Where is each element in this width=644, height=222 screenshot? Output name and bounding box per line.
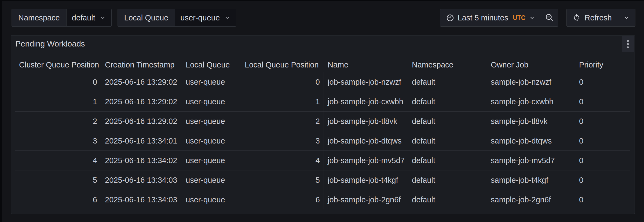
table-cell: default <box>408 170 487 190</box>
table-cell: 0 <box>15 72 101 92</box>
table-cell: user-queue <box>182 131 241 151</box>
table-cell: 2025-06-16 13:34:03 <box>101 190 182 209</box>
table-cell: 2025-06-16 13:29:02 <box>101 72 182 92</box>
variable-namespace-label: Namespace <box>12 9 67 26</box>
toolbar-right: Last 5 minutes UTC Refresh <box>440 9 635 27</box>
table-cell: default <box>408 72 487 92</box>
table-body: 02025-06-16 13:29:02user-queue0job-sampl… <box>15 72 630 209</box>
table-cell: sample-job-nzwzf <box>487 72 575 92</box>
variable-local-queue-value: user-queue <box>180 13 220 22</box>
clock-icon <box>446 14 454 22</box>
panel-menu-button[interactable] <box>622 36 634 52</box>
time-picker-button[interactable]: Last 5 minutes UTC <box>440 9 541 26</box>
table-cell: sample-job-mv5d7 <box>487 151 575 170</box>
table-header-row: Cluster Queue PositionCreation Timestamp… <box>15 58 630 72</box>
chevron-down-icon <box>100 15 106 21</box>
column-header-local-queue-position[interactable]: Local Queue Position <box>241 60 324 69</box>
variable-namespace: Namespace default <box>12 9 112 27</box>
zoom-out-time-button[interactable] <box>541 9 558 26</box>
table-cell: 2025-06-16 13:34:02 <box>101 151 182 170</box>
pending-workloads-panel: Pending Workloads Cluster Queue Position… <box>11 35 635 214</box>
column-header-creation-timestamp[interactable]: Creation Timestamp <box>101 60 182 69</box>
window-edge-top <box>0 0 644 1</box>
table-cell: sample-job-2gn6f <box>487 190 575 209</box>
table-cell: 0 <box>575 72 630 92</box>
table-cell: user-queue <box>182 170 241 190</box>
table-cell: 4 <box>241 151 324 170</box>
table-cell: sample-job-cxwbh <box>487 92 575 111</box>
table-cell: 2025-06-16 13:29:02 <box>101 112 182 131</box>
zoom-out-icon <box>545 13 554 22</box>
table-cell: 0 <box>575 112 630 131</box>
column-header-cluster-queue-position[interactable]: Cluster Queue Position <box>15 60 101 69</box>
grafana-dashboard: Namespace default Local Queue user-queue <box>0 0 644 222</box>
table-cell: 0 <box>575 170 630 190</box>
table-cell: default <box>408 190 487 209</box>
chevron-down-icon <box>623 15 630 21</box>
window-edge-left <box>0 0 2 222</box>
table-row: 52025-06-16 13:34:03user-queue5job-sampl… <box>15 170 630 190</box>
table-cell: 5 <box>15 170 101 190</box>
table-cell: user-queue <box>182 72 241 92</box>
refresh-button[interactable]: Refresh <box>567 9 618 26</box>
table-cell: default <box>408 112 487 131</box>
table-cell: 2025-06-16 13:34:03 <box>101 170 182 190</box>
table-row: 32025-06-16 13:34:01user-queue3job-sampl… <box>15 131 630 151</box>
column-header-owner-job[interactable]: Owner Job <box>487 60 575 69</box>
table-cell: 0 <box>241 72 324 92</box>
column-header-priority[interactable]: Priority <box>575 60 630 69</box>
table-cell: 5 <box>241 170 324 190</box>
column-header-name[interactable]: Name <box>324 60 408 69</box>
table-cell: user-queue <box>182 190 241 209</box>
chevron-down-icon <box>529 15 535 21</box>
table-cell: 1 <box>241 92 324 111</box>
table-cell: job-sample-job-cxwbh <box>324 92 408 111</box>
table-cell: job-sample-job-nzwzf <box>324 72 408 92</box>
table-cell: sample-job-tl8vk <box>487 112 575 131</box>
table-cell: 3 <box>241 131 324 151</box>
table-cell: 1 <box>15 92 101 111</box>
refresh-label: Refresh <box>584 13 612 22</box>
table-row: 22025-06-16 13:29:02user-queue2job-sampl… <box>15 112 630 131</box>
table-cell: 2025-06-16 13:34:01 <box>101 131 182 151</box>
table-cell: job-sample-job-t4kgf <box>324 170 408 190</box>
refresh-icon <box>573 14 581 22</box>
table-cell: 0 <box>575 131 630 151</box>
table-cell: 2025-06-16 13:29:02 <box>101 92 182 111</box>
table-cell: 2 <box>15 112 101 131</box>
table-cell: job-sample-job-tl8vk <box>324 112 408 131</box>
table-cell: job-sample-job-mv5d7 <box>324 151 408 170</box>
table-cell: default <box>408 151 487 170</box>
kebab-menu-icon <box>626 39 630 49</box>
timezone-label: UTC <box>513 14 525 22</box>
table-cell: sample-job-t4kgf <box>487 170 575 190</box>
time-range-label: Last 5 minutes <box>458 13 508 22</box>
panel-header: Pending Workloads <box>11 35 635 52</box>
variable-local-queue-select[interactable]: user-queue <box>175 9 236 26</box>
table-cell: 0 <box>575 190 630 209</box>
table-cell: default <box>408 131 487 151</box>
variable-namespace-select[interactable]: default <box>67 9 111 26</box>
variable-local-queue-label: Local Queue <box>118 9 175 26</box>
variable-namespace-value: default <box>72 13 95 22</box>
pending-workloads-table: Cluster Queue PositionCreation Timestamp… <box>15 58 630 209</box>
table-cell: 6 <box>15 190 101 209</box>
table-cell: sample-job-dtqws <box>487 131 575 151</box>
table-cell: 2 <box>241 112 324 131</box>
table-cell: 4 <box>15 151 101 170</box>
table-cell: 0 <box>575 151 630 170</box>
dashboard-variables: Namespace default Local Queue user-queue <box>12 9 236 27</box>
chevron-down-icon <box>224 15 230 21</box>
table-row: 42025-06-16 13:34:02user-queue4job-sampl… <box>15 151 630 170</box>
table-row: 12025-06-16 13:29:02user-queue1job-sampl… <box>15 92 630 112</box>
table-cell: user-queue <box>182 112 241 131</box>
column-header-namespace[interactable]: Namespace <box>408 60 487 69</box>
column-header-local-queue[interactable]: Local Queue <box>182 60 241 69</box>
refresh-interval-dropdown[interactable] <box>618 9 635 26</box>
panel-title: Pending Workloads <box>15 39 85 48</box>
table-cell: job-sample-job-dtqws <box>324 131 408 151</box>
table-row: 02025-06-16 13:29:02user-queue0job-sampl… <box>15 72 630 92</box>
table-cell: 3 <box>15 131 101 151</box>
table-cell: user-queue <box>182 151 241 170</box>
table-row: 62025-06-16 13:34:03user-queue6job-sampl… <box>15 190 630 209</box>
